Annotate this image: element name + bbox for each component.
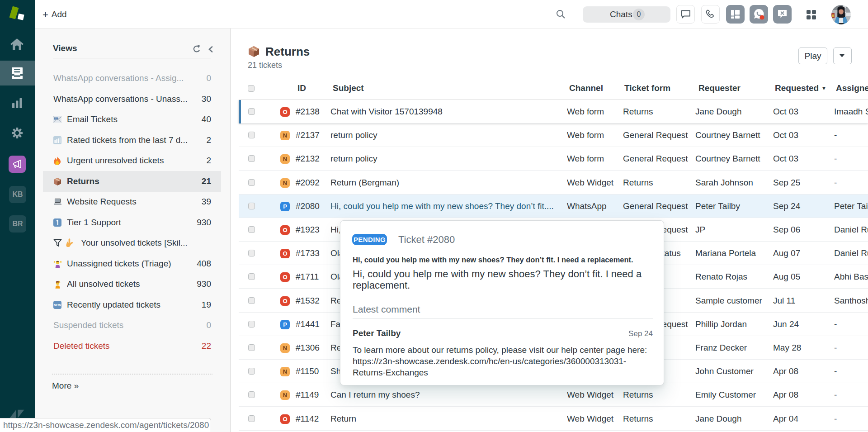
svg-text:NEW: NEW [54, 303, 61, 306]
